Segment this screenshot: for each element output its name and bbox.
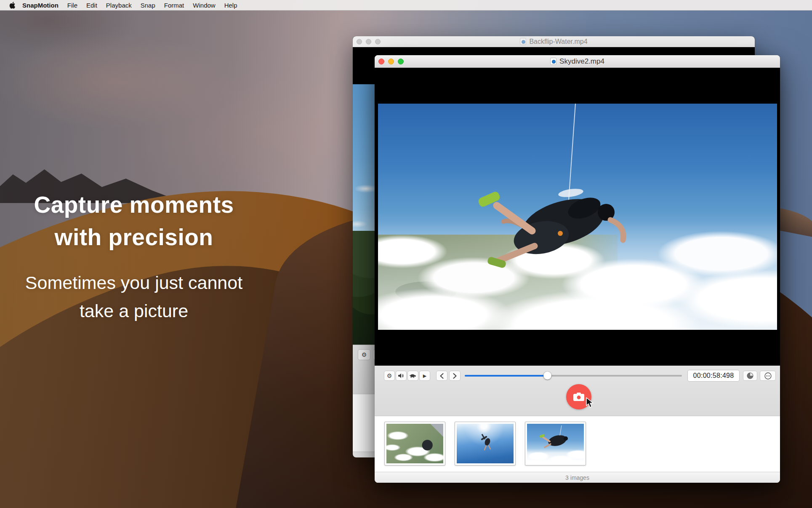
menu-item-snap[interactable]: Snap	[141, 2, 155, 9]
gear-icon: ⚙	[362, 352, 367, 358]
marketing-copy: Capture moments with precision Sometimes…	[8, 189, 260, 325]
thumbnail-2-figures	[457, 424, 514, 463]
menu-app-name[interactable]: SnapMotion	[22, 2, 59, 9]
skydiver-figure	[458, 184, 635, 281]
ellipsis-icon	[764, 372, 772, 380]
camera-icon	[572, 392, 585, 402]
video-frame	[378, 104, 777, 330]
minimize-button[interactable]	[388, 59, 394, 64]
front-window-title: Skydive2.mp4	[559, 57, 604, 66]
timeline-slider[interactable]	[465, 371, 682, 381]
zoom-button[interactable]	[398, 59, 404, 64]
thumbnail-1-image	[386, 424, 443, 463]
back-window-titlebar[interactable]: Backflip-Water.mp4	[353, 36, 755, 47]
menu-item-file[interactable]: File	[67, 2, 77, 9]
chevron-left-icon	[440, 373, 444, 379]
play-icon: ▶	[423, 374, 426, 378]
close-button[interactable]	[378, 59, 384, 64]
volume-button[interactable]	[396, 371, 407, 381]
back-window-video-strip	[353, 84, 375, 345]
video-letterbox	[375, 68, 780, 366]
subheadline-line1: Sometimes you just cannot	[8, 269, 260, 297]
menu-item-help[interactable]: Help	[224, 2, 237, 9]
pie-timer-icon	[747, 372, 753, 379]
quicktime-file-icon	[550, 58, 556, 65]
more-options-button[interactable]	[760, 371, 776, 381]
thumbnail-2-image	[457, 424, 514, 463]
timecode-field[interactable]: 00:00:58:498	[687, 370, 740, 382]
chevron-right-icon	[453, 373, 457, 379]
thumbnail-1[interactable]	[384, 422, 445, 465]
gallery-footer: 3 images	[375, 472, 780, 483]
menu-item-format[interactable]: Format	[164, 2, 184, 9]
mouse-cursor-icon	[585, 397, 594, 408]
previous-frame-button[interactable]	[436, 371, 447, 381]
front-window-traffic-lights	[378, 59, 404, 64]
menu-item-playback[interactable]: Playback	[106, 2, 132, 9]
headline-line1: Capture moments	[8, 189, 260, 221]
next-frame-button[interactable]	[449, 371, 461, 381]
menu-item-edit[interactable]: Edit	[86, 2, 97, 9]
thumbnail-2[interactable]	[455, 422, 516, 465]
timer-button[interactable]	[743, 371, 757, 381]
slow-motion-button[interactable]	[407, 371, 418, 381]
slider-fill	[465, 375, 547, 377]
snapshot-gallery	[375, 416, 780, 472]
apple-logo-icon	[9, 2, 16, 9]
apple-menu[interactable]	[9, 2, 16, 9]
back-video-trees	[353, 231, 375, 345]
speaker-icon	[398, 373, 404, 378]
play-button[interactable]: ▶	[419, 371, 430, 381]
slider-thumb[interactable]	[543, 372, 551, 380]
back-window-title: Backflip-Water.mp4	[529, 38, 587, 45]
menu-item-window[interactable]: Window	[193, 2, 215, 9]
back-window-traffic-lights	[357, 39, 381, 44]
desktop: Capture moments with precision Sometimes…	[0, 0, 812, 508]
zoom-button[interactable]	[375, 39, 381, 44]
thumbnail-3[interactable]	[525, 422, 586, 465]
menu-bar: SnapMotion File Edit Playback Snap Forma…	[0, 0, 812, 11]
back-settings-button[interactable]: ⚙	[358, 349, 370, 360]
player-controls: ⚙ ▶	[375, 366, 780, 416]
turtle-icon	[410, 374, 416, 378]
settings-button[interactable]: ⚙	[384, 371, 395, 381]
window-skydive2: Skydive2.mp4	[375, 55, 780, 483]
image-count-label: 3 images	[565, 474, 589, 481]
thumbnail-3-figure	[527, 424, 584, 463]
gear-icon: ⚙	[387, 373, 392, 379]
minimize-button[interactable]	[366, 39, 371, 44]
subheadline-line2: take a picture	[8, 297, 260, 325]
headline-line2: with precision	[8, 221, 260, 254]
front-window-titlebar[interactable]: Skydive2.mp4	[375, 55, 780, 68]
close-button[interactable]	[357, 39, 362, 44]
quicktime-file-icon	[520, 38, 526, 45]
thumbnail-3-image	[527, 424, 584, 463]
